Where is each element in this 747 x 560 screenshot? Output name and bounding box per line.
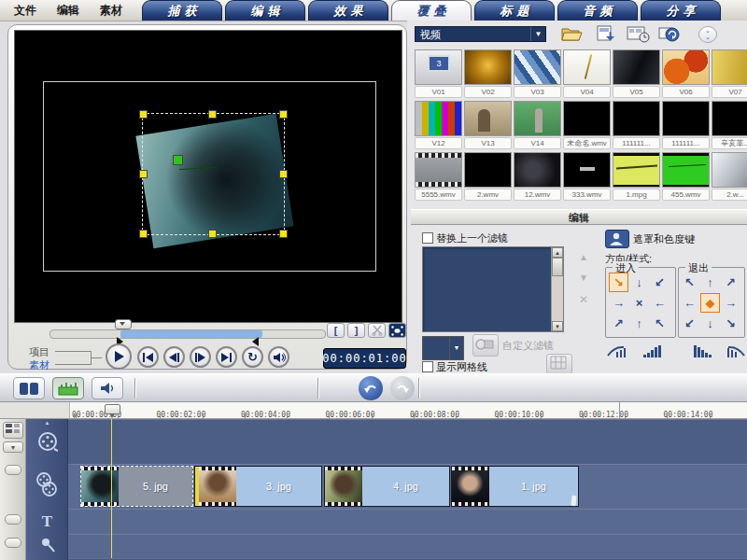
previous-frame-button[interactable]	[163, 346, 185, 368]
enter-direction-button[interactable]: ×	[629, 293, 649, 313]
enter-direction-button[interactable]: ↙	[650, 273, 669, 292]
exit-direction-button[interactable]: ↙	[680, 314, 699, 333]
rotate-handle[interactable]	[173, 155, 183, 165]
video-track-icon[interactable]	[26, 431, 68, 455]
collapse-panel-button[interactable]: ⌄⌄	[698, 26, 717, 43]
mask-color-dropdown[interactable]: ▼	[449, 336, 464, 360]
scroll-down-icon[interactable]: ▼	[552, 321, 563, 331]
filter-listbox[interactable]: ▲ ▼	[422, 246, 564, 332]
redo-button[interactable]	[390, 376, 415, 400]
enter-direction-button[interactable]: ↖	[650, 314, 669, 333]
edit-section-header[interactable]: 编辑	[411, 209, 747, 225]
title-track-row[interactable]	[68, 509, 747, 534]
step-tab[interactable]: 覆叠	[391, 0, 472, 21]
exit-direction-button[interactable]: ↓	[700, 314, 720, 333]
split-clip-button[interactable]	[368, 323, 386, 338]
library-item[interactable]: 333.wmv	[563, 152, 611, 201]
exit-direction-button[interactable]: ↘	[721, 314, 740, 333]
library-item[interactable]: 12.wmv	[514, 152, 561, 201]
library-item[interactable]: 未命名.wmv	[563, 101, 611, 149]
scroll-up-icon[interactable]: ▲	[26, 420, 68, 426]
enter-direction-button[interactable]: ↓	[629, 273, 649, 292]
timeline-clip[interactable]: 1. jpg	[451, 466, 579, 507]
project-mode-label[interactable]: 项目	[29, 345, 49, 359]
mark-in-button[interactable]: [	[327, 323, 345, 338]
menu-item[interactable]: 素材	[90, 3, 133, 19]
home-button[interactable]	[137, 346, 159, 368]
step-tab[interactable]: 音频	[557, 0, 638, 21]
scrub-position-marker[interactable]	[115, 319, 132, 329]
enter-direction-button[interactable]: ↑	[629, 314, 649, 333]
library-item[interactable]: 2.w...	[712, 152, 747, 201]
storyboard-view-button[interactable]	[13, 377, 45, 399]
show-grid-checkbox[interactable]	[422, 361, 433, 372]
selection-box[interactable]	[142, 113, 285, 235]
exit-fade-out-steps-button[interactable]	[693, 344, 712, 362]
library-item[interactable]: 1.mpg	[613, 152, 660, 201]
filter-list-scrollbar[interactable]: ▲ ▼	[551, 247, 563, 331]
step-tab[interactable]: 效果	[308, 0, 388, 21]
step-tab[interactable]: 编辑	[225, 0, 305, 21]
enter-fade-in-steps-button[interactable]	[642, 344, 661, 362]
library-item[interactable]: V12	[415, 101, 462, 149]
library-item[interactable]: 111111...	[613, 101, 660, 149]
timeline-clip[interactable]: 5. jpg	[80, 466, 193, 507]
undo-button[interactable]	[359, 376, 383, 400]
library-item[interactable]: V04	[563, 49, 611, 98]
voice-track-icon[interactable]	[26, 537, 68, 557]
menu-item[interactable]: 编辑	[47, 3, 90, 19]
voice-track-row[interactable]	[68, 534, 747, 558]
exit-direction-button[interactable]: ↗	[721, 273, 740, 292]
library-item[interactable]: V02	[464, 49, 512, 98]
track-swap-button-3[interactable]	[5, 538, 21, 548]
track-manager-button[interactable]	[3, 422, 23, 439]
library-item[interactable]: 5555.wmv	[415, 152, 462, 201]
exit-direction-button[interactable]: ↑	[700, 273, 720, 292]
title-track-icon[interactable]: T	[26, 512, 68, 531]
library-item[interactable]: V14	[514, 101, 561, 149]
overlay-track-icon[interactable]	[26, 471, 68, 501]
step-tab[interactable]: 分享	[641, 0, 721, 21]
volume-button[interactable]	[268, 346, 289, 368]
resize-handle-se[interactable]	[279, 230, 288, 238]
scrollbar-thumb[interactable]	[552, 258, 563, 276]
enter-direction-button[interactable]: ↘	[609, 273, 628, 292]
strip-chevron-down-button[interactable]: ▼	[3, 441, 23, 453]
exit-direction-button[interactable]: ◆	[700, 293, 720, 313]
exit-direction-button[interactable]: ↖	[680, 273, 699, 292]
capture-options-button[interactable]	[627, 25, 651, 47]
audio-view-button[interactable]	[92, 377, 123, 399]
resize-handle-e[interactable]	[279, 170, 288, 178]
exit-fade-out-curve-button[interactable]	[726, 344, 745, 362]
menu-item[interactable]: 文件	[4, 3, 47, 19]
scrub-bar[interactable]	[49, 329, 326, 339]
mark-out-button[interactable]: ]	[347, 323, 365, 338]
end-button[interactable]	[216, 346, 237, 368]
delete-filter-button[interactable]: ✕	[579, 293, 588, 306]
timeline-clip[interactable]: 3. jpg	[194, 466, 322, 507]
enter-fade-in-curve-button[interactable]	[607, 344, 626, 362]
timeline-clip[interactable]: 4. jpg	[324, 466, 450, 507]
next-frame-button[interactable]	[190, 346, 211, 368]
library-item[interactable]: 455.wmv	[662, 152, 710, 201]
repeat-button[interactable]: ↻	[242, 346, 263, 368]
timecode-display[interactable]: 00:00:01:00	[323, 348, 406, 369]
replace-filter-checkbox[interactable]	[422, 232, 433, 244]
resize-handle-nw[interactable]	[139, 110, 148, 119]
resize-handle-s[interactable]	[208, 230, 217, 238]
library-item[interactable]: 2.wmv	[464, 152, 512, 201]
move-filter-down-button[interactable]: ▼	[579, 273, 588, 283]
gallery-category-select[interactable]: 视频 ▼	[415, 26, 546, 42]
trim-end-handle[interactable]	[252, 337, 259, 346]
library-item[interactable]: V01	[415, 49, 462, 98]
resize-handle-w[interactable]	[139, 170, 148, 178]
video-track-row[interactable]	[68, 419, 747, 464]
resize-handle-ne[interactable]	[279, 110, 288, 119]
timeline-view-button[interactable]	[52, 377, 84, 399]
exit-direction-button[interactable]: ←	[680, 293, 699, 313]
enter-direction-button[interactable]: →	[609, 293, 628, 313]
library-item[interactable]: V07	[712, 49, 747, 98]
library-item[interactable]: 111111...	[662, 101, 710, 149]
playhead-line[interactable]	[111, 419, 112, 558]
mask-chroma-label[interactable]: 遮罩和色度键	[633, 232, 695, 246]
